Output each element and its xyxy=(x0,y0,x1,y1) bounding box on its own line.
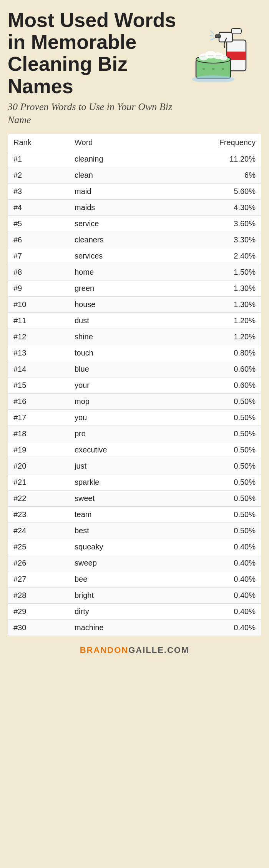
table-row: #24best0.50% xyxy=(8,523,261,539)
cell-word: your xyxy=(69,377,161,394)
table-row: #4maids4.30% xyxy=(8,200,261,216)
table-row: #3maid5.60% xyxy=(8,184,261,200)
col-frequency: Frequency xyxy=(161,134,261,151)
table-row: #21sparkle0.50% xyxy=(8,474,261,491)
cell-word: house xyxy=(69,297,161,313)
cell-rank: #7 xyxy=(8,248,70,264)
col-word: Word xyxy=(69,134,161,151)
svg-point-17 xyxy=(222,68,224,70)
svg-point-15 xyxy=(203,68,205,70)
table-row: #10house1.30% xyxy=(8,297,261,313)
cell-rank: #13 xyxy=(8,345,70,361)
cell-rank: #27 xyxy=(8,571,70,588)
cell-frequency: 0.40% xyxy=(161,571,261,588)
cell-frequency: 0.80% xyxy=(161,345,261,361)
cell-word: green xyxy=(69,280,161,297)
cell-rank: #4 xyxy=(8,200,70,216)
cell-frequency: 0.40% xyxy=(161,555,261,571)
cell-frequency: 0.40% xyxy=(161,588,261,604)
table-wrapper: Rank Word Frequency #1cleaning11.20%#2cl… xyxy=(0,130,269,640)
cell-rank: #11 xyxy=(8,313,70,329)
svg-line-5 xyxy=(210,35,214,36)
sub-title: 30 Proven Words to Use in Your Own Biz N… xyxy=(8,100,184,127)
cell-rank: #29 xyxy=(8,604,70,620)
table-row: #27bee0.40% xyxy=(8,571,261,588)
cell-frequency: 0.50% xyxy=(161,458,261,474)
cell-rank: #3 xyxy=(8,184,70,200)
table-row: #9green1.30% xyxy=(8,280,261,297)
header: Most Used Words in Memorable Cleaning Bi… xyxy=(0,0,269,130)
cell-word: executive xyxy=(69,442,161,458)
cell-word: home xyxy=(69,264,161,280)
cell-word: squeaky xyxy=(69,539,161,555)
cell-frequency: 0.60% xyxy=(161,361,261,377)
illustration xyxy=(184,9,261,82)
svg-line-6 xyxy=(211,38,214,40)
cell-rank: #24 xyxy=(8,523,70,539)
cell-word: maid xyxy=(69,184,161,200)
cell-frequency: 0.40% xyxy=(161,604,261,620)
cell-frequency: 0.40% xyxy=(161,539,261,555)
cell-word: dirty xyxy=(69,604,161,620)
cell-word: cleaners xyxy=(69,232,161,248)
table-row: #17you0.50% xyxy=(8,410,261,426)
cell-word: cleaning xyxy=(69,151,161,167)
svg-rect-7 xyxy=(231,28,241,34)
cell-frequency: 6% xyxy=(161,167,261,184)
cell-rank: #14 xyxy=(8,361,70,377)
table-row: #16mop0.50% xyxy=(8,394,261,410)
table-row: #2clean6% xyxy=(8,167,261,184)
table-row: #23team0.50% xyxy=(8,507,261,523)
cell-frequency: 5.60% xyxy=(161,184,261,200)
table-row: #29dirty0.40% xyxy=(8,604,261,620)
table-row: #14blue0.60% xyxy=(8,361,261,377)
header-text: Most Used Words in Memorable Cleaning Bi… xyxy=(8,9,184,126)
cell-word: mop xyxy=(69,394,161,410)
cell-word: touch xyxy=(69,345,161,361)
cell-frequency: 1.20% xyxy=(161,313,261,329)
table-row: #11dust1.20% xyxy=(8,313,261,329)
cell-frequency: 0.50% xyxy=(161,426,261,442)
cell-rank: #2 xyxy=(8,167,70,184)
cell-frequency: 0.50% xyxy=(161,523,261,539)
cell-word: services xyxy=(69,248,161,264)
table-row: #1cleaning11.20% xyxy=(8,151,261,167)
svg-point-16 xyxy=(212,68,214,70)
cell-word: best xyxy=(69,523,161,539)
table-row: #28bright0.40% xyxy=(8,588,261,604)
table-row: #30machine0.40% xyxy=(8,620,261,636)
cell-rank: #6 xyxy=(8,232,70,248)
table-row: #18pro0.50% xyxy=(8,426,261,442)
cell-word: sparkle xyxy=(69,474,161,491)
cell-frequency: 0.50% xyxy=(161,474,261,491)
footer-brand-text: BRANDONGAILLE.COM xyxy=(80,645,189,655)
table-row: #13touch0.80% xyxy=(8,345,261,361)
footer: BRANDONGAILLE.COM xyxy=(0,640,269,661)
table-header-row: Rank Word Frequency xyxy=(8,134,261,151)
cell-frequency: 1.30% xyxy=(161,297,261,313)
cell-word: clean xyxy=(69,167,161,184)
svg-line-4 xyxy=(211,31,214,34)
table-row: #15your0.60% xyxy=(8,377,261,394)
cell-word: you xyxy=(69,410,161,426)
cell-frequency: 4.30% xyxy=(161,200,261,216)
cell-rank: #15 xyxy=(8,377,70,394)
cell-word: sweep xyxy=(69,555,161,571)
cell-rank: #17 xyxy=(8,410,70,426)
svg-rect-3 xyxy=(215,35,221,38)
cell-word: maids xyxy=(69,200,161,216)
cell-rank: #21 xyxy=(8,474,70,491)
cell-rank: #22 xyxy=(8,491,70,507)
cell-word: sweet xyxy=(69,491,161,507)
cell-frequency: 3.30% xyxy=(161,232,261,248)
cell-word: bright xyxy=(69,588,161,604)
cleaning-illustration xyxy=(188,13,257,82)
cell-rank: #26 xyxy=(8,555,70,571)
cell-rank: #9 xyxy=(8,280,70,297)
cell-frequency: 11.20% xyxy=(161,151,261,167)
cell-frequency: 0.50% xyxy=(161,491,261,507)
cell-rank: #30 xyxy=(8,620,70,636)
cell-word: service xyxy=(69,216,161,232)
cell-word: dust xyxy=(69,313,161,329)
cell-frequency: 1.30% xyxy=(161,280,261,297)
